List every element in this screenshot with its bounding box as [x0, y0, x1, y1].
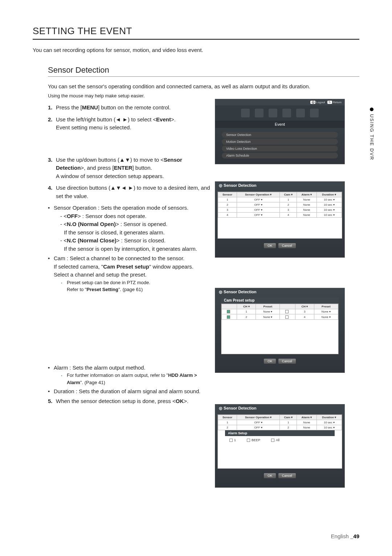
page-title: SETTING THE EVENT	[33, 25, 359, 37]
col-ch[interactable]: CH ▾	[295, 304, 314, 309]
event-label: Event	[156, 116, 171, 122]
cam-preset-table: CH ▾Preset CH ▾Preset 1None ▾3None ▾ 2No…	[221, 304, 338, 320]
cam-line3: Select a channel and setup the preset.	[54, 271, 147, 278]
step-text: Press the [	[56, 104, 82, 110]
dash-text: - <	[60, 221, 67, 227]
step-text-mid: >, and press [	[81, 165, 114, 171]
table-row: 4OFF ▾4None10 sec ▾	[218, 213, 342, 218]
step-num: 3.	[48, 156, 56, 181]
step-num: 5.	[48, 397, 56, 406]
panel-title-label: Sensor Detection	[224, 183, 256, 188]
alarm-icon: ◎	[219, 183, 222, 188]
col-alarm[interactable]: Alarm ▾	[297, 192, 317, 197]
intro-text: You can set recording options for sensor…	[33, 47, 359, 53]
checkbox-icon[interactable]	[227, 310, 230, 313]
step-line2: Event setting menu is selected.	[56, 124, 131, 130]
ok-button[interactable]: OK	[264, 473, 276, 478]
alarm-note-c: ". (Page 41)	[80, 380, 105, 385]
cancel-button[interactable]: Cancel	[278, 243, 296, 248]
cam-text: If selected camera, "	[54, 263, 103, 270]
dash-line2: If the sensor is open by interruption, i…	[60, 246, 197, 252]
section-title: Sensor Detection	[48, 65, 359, 75]
col-cam[interactable]: Cam ▾	[280, 415, 297, 420]
step-text: Use the up/down buttons (▲▼) to move to …	[56, 157, 164, 163]
title-rule	[33, 39, 359, 40]
alarm-opt-all: All	[276, 438, 279, 442]
alarm-icon: ◎	[219, 406, 222, 410]
table-row: 2OFF ▾2None10 sec ▾	[218, 202, 342, 208]
checkbox-icon[interactable]	[285, 310, 289, 313]
panel-title-label: Sensor Detection	[224, 406, 256, 410]
step-line2: A window of sensor detection setup appea…	[56, 173, 164, 179]
col-duration[interactable]: Duration ▾	[317, 415, 342, 420]
menu-icon	[310, 109, 319, 117]
bullet-text: Cam : Select a channel to be connected t…	[54, 255, 184, 261]
step-num: 1.	[48, 104, 56, 112]
footer-page-num: _49	[350, 533, 359, 539]
checkbox-icon[interactable]	[227, 315, 230, 319]
enter-label: ENTER	[114, 165, 132, 171]
nc-label: N.C (Normal Close)	[67, 237, 117, 243]
dash-end: > : Sensor is closed.	[117, 237, 166, 243]
checkbox-icon[interactable]	[229, 439, 233, 442]
dash-end: > : Sensor is opened.	[116, 221, 167, 227]
menu-item-alarm-schedule[interactable]: Alarm Schedule	[222, 153, 338, 158]
mouse-note: Using the mouse may help make setup easi…	[48, 93, 359, 98]
dash-text: - <	[60, 237, 67, 243]
table-row: 1OFF ▾1None10 sec ▾	[218, 420, 342, 425]
return-icon: ↻	[327, 101, 332, 104]
alarm-note-a: For further information on alarm output,…	[67, 372, 168, 378]
side-tab: USING THE DVR	[369, 105, 375, 163]
step-text-end: >.	[184, 398, 188, 404]
preset-note: Preset setup can be done in PTZ mode.	[54, 279, 359, 286]
dash-end: > : Sensor does not operate.	[78, 213, 147, 219]
step-text: When the sensor detection setup is done,…	[56, 398, 176, 404]
col-preset: Preset	[256, 304, 280, 309]
off-label: OFF	[67, 213, 78, 219]
cam-preset-title: Cam Preset setup	[221, 297, 339, 303]
col-sensor: Sensor	[218, 415, 237, 420]
cancel-button[interactable]: Cancel	[278, 359, 296, 364]
col-preset: Preset	[314, 304, 338, 309]
checkbox-icon[interactable]	[247, 439, 250, 442]
cam-preset-screenshot: ◎ Sensor Detection Cam Preset setup CH ▾…	[215, 288, 345, 373]
side-dot-icon	[370, 108, 373, 111]
logout-label: Logout	[316, 101, 325, 104]
table-row: 2None ▾4None ▾	[222, 314, 338, 319]
table-row: 3OFF ▾3None10 sec ▾	[218, 208, 342, 213]
ok-button[interactable]: OK	[264, 243, 276, 248]
menu-item-sensor-detection[interactable]: Sensor Detection	[222, 132, 338, 138]
panel-title-label: Sensor Detection	[224, 290, 256, 294]
bullet-text: Alarm : Sets the alarm output method.	[54, 364, 146, 371]
menu-icon	[269, 109, 277, 117]
col-duration[interactable]: Duration ▾	[317, 192, 342, 197]
table-row: 1None ▾3None ▾	[222, 309, 338, 314]
dash-text: - <	[60, 213, 67, 219]
menu-icon	[282, 109, 291, 117]
checkbox-icon[interactable]	[285, 315, 289, 319]
page-footer: English _49	[331, 533, 359, 539]
bullet-duration: Duration : Sets the duration of alarm si…	[48, 387, 204, 396]
step-text-end: >.	[171, 116, 176, 122]
footer-lang: English	[331, 533, 350, 539]
checkbox-icon[interactable]	[271, 439, 274, 442]
menu-icon-row	[215, 105, 344, 121]
ref-text: Refer to "	[67, 287, 86, 292]
sensor-table: Sensor Sensor Operation ▾ Cam ▾ Alarm ▾ …	[218, 192, 342, 218]
table-row: 1OFF ▾1None10 sec ▾	[218, 197, 342, 202]
menu-item-video-loss-detection[interactable]: Video Loss Detection	[222, 146, 338, 152]
ok-button[interactable]: OK	[264, 359, 276, 364]
bullet-text: Sensor Operation : Sets the operation mo…	[54, 205, 188, 211]
col-alarm[interactable]: Alarm ▾	[297, 415, 317, 420]
cancel-button[interactable]: Cancel	[278, 473, 296, 478]
menu-item-motion-detection[interactable]: Motion Detection	[222, 139, 338, 145]
step-num: 4.	[48, 184, 56, 200]
no-label: N.O (Normal Open)	[67, 221, 116, 227]
menu-icon	[241, 109, 250, 117]
alarm-opt-beep: BEEP	[252, 438, 260, 442]
ref-end: ". (page 61)	[118, 287, 143, 292]
col-sensor-op[interactable]: Sensor Operation ▾	[237, 415, 279, 420]
col-cam[interactable]: Cam ▾	[280, 192, 297, 197]
col-ch[interactable]: CH ▾	[237, 304, 256, 309]
col-sensor-op[interactable]: Sensor Operation ▾	[237, 192, 279, 197]
